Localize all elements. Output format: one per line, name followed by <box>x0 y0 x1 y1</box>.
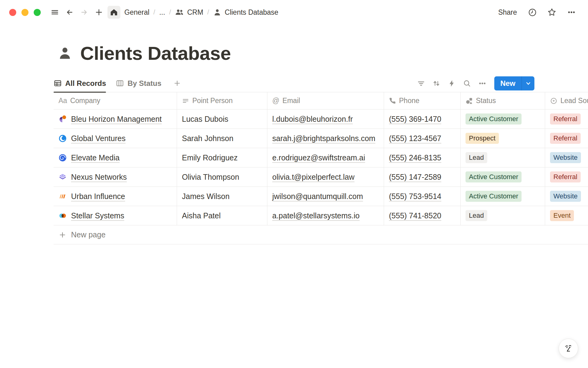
status-badge[interactable]: Lead <box>466 210 487 221</box>
back-icon[interactable] <box>63 6 76 18</box>
status-badge[interactable]: Prospect <box>466 133 499 144</box>
lead-source-badge[interactable]: Website <box>550 152 581 163</box>
breadcrumb-clients-database[interactable]: Clients Database <box>213 8 278 17</box>
cell-lead-source[interactable]: Website <box>545 187 588 206</box>
status-badge[interactable]: Lead <box>466 152 487 163</box>
menu-icon[interactable] <box>49 6 61 18</box>
phone-link[interactable]: (555) 369-1470 <box>389 115 441 124</box>
company-name-link[interactable]: Global Ventures <box>71 134 126 143</box>
column-header-phone[interactable]: Phone <box>384 92 461 109</box>
new-record-button[interactable]: New <box>494 76 534 90</box>
clock-icon[interactable] <box>526 6 538 18</box>
column-header-company[interactable]: Aa Company <box>54 92 177 109</box>
tab-all-records[interactable]: All Records <box>54 75 106 92</box>
lead-source-badge[interactable]: Referral <box>550 133 581 144</box>
cell-company[interactable]: Urban Influence <box>54 187 177 206</box>
cell-status[interactable]: Active Customer <box>461 167 545 187</box>
cell-phone[interactable]: (555) 246-8135 <box>384 148 461 167</box>
cell-email[interactable]: jwilson@quantumquill.com <box>267 187 384 206</box>
cell-email[interactable]: e.rodriguez@swiftstream.ai <box>267 148 384 167</box>
cell-point-person[interactable]: Sarah Johnson <box>177 129 267 148</box>
company-name-link[interactable]: Bleu Horizon Management <box>71 115 162 124</box>
cell-email[interactable]: olivia.t@pixelperfect.law <box>267 167 384 187</box>
tab-by-status[interactable]: By Status <box>116 75 161 92</box>
status-badge[interactable]: Active Customer <box>466 113 522 125</box>
breadcrumb-crm[interactable]: CRM <box>175 8 203 17</box>
close-window-button[interactable] <box>9 9 16 16</box>
more-options-icon[interactable] <box>565 6 578 18</box>
cell-lead-source[interactable]: Website <box>545 148 588 167</box>
company-name-link[interactable]: Stellar Systems <box>71 211 124 220</box>
company-name-link[interactable]: Nexus Networks <box>71 173 127 182</box>
add-view-icon[interactable] <box>171 78 183 89</box>
home-icon[interactable] <box>107 6 120 19</box>
status-badge[interactable]: Active Customer <box>466 191 522 202</box>
lead-source-badge[interactable]: Website <box>550 191 581 202</box>
cell-company[interactable]: Stellar Systems <box>54 206 177 225</box>
star-icon[interactable] <box>546 6 558 18</box>
email-link[interactable]: e.rodriguez@swiftstream.ai <box>272 153 365 162</box>
new-tab-icon[interactable] <box>93 6 105 18</box>
maximize-window-button[interactable] <box>34 9 41 16</box>
cell-status[interactable]: Active Customer <box>461 187 545 206</box>
cell-email[interactable]: sarah.j@brightsparksolns.com <box>267 129 384 148</box>
cell-point-person[interactable]: Olivia Thompson <box>177 167 267 187</box>
email-link[interactable]: a.patel@stellarsystems.io <box>272 211 360 220</box>
email-link[interactable]: l.dubois@bleuhorizon.fr <box>272 115 353 124</box>
cell-lead-source[interactable]: Referral <box>545 109 588 129</box>
cell-phone[interactable]: (555) 369-1470 <box>384 109 461 129</box>
company-name-link[interactable]: Elevate Media <box>71 153 119 162</box>
lightning-icon[interactable] <box>446 78 458 89</box>
breadcrumb-general[interactable]: General <box>124 8 149 17</box>
cell-point-person[interactable]: James Wilson <box>177 187 267 206</box>
email-link[interactable]: sarah.j@brightsparksolns.com <box>272 134 375 143</box>
cell-point-person[interactable]: Lucas Dubois <box>177 109 267 129</box>
email-link[interactable]: olivia.t@pixelperfect.law <box>272 173 355 182</box>
lead-source-badge[interactable]: Referral <box>550 113 581 125</box>
search-icon[interactable] <box>461 78 473 89</box>
notion-ai-button[interactable] <box>559 339 578 358</box>
new-dropdown-chevron-icon[interactable] <box>522 76 534 90</box>
page-title[interactable]: Clients Database <box>80 42 231 64</box>
phone-link[interactable]: (555) 123-4567 <box>389 134 441 143</box>
cell-status[interactable]: Lead <box>461 206 545 225</box>
phone-link[interactable]: (555) 147-2589 <box>389 173 441 182</box>
page-person-icon[interactable] <box>58 46 72 61</box>
sort-icon[interactable] <box>431 78 442 89</box>
phone-link[interactable]: (555) 246-8135 <box>389 153 441 162</box>
cell-phone[interactable]: (555) 147-2589 <box>384 167 461 187</box>
minimize-window-button[interactable] <box>21 9 28 16</box>
phone-link[interactable]: (555) 753-9514 <box>389 192 441 201</box>
new-page-row[interactable]: New page <box>54 225 588 244</box>
cell-phone[interactable]: (555) 123-4567 <box>384 129 461 148</box>
column-header-lead-source[interactable]: Lead Source <box>545 92 588 109</box>
column-header-email[interactable]: @ Email <box>267 92 384 109</box>
status-badge[interactable]: Active Customer <box>466 171 522 182</box>
cell-company[interactable]: Bleu Horizon Management <box>54 109 177 129</box>
phone-link[interactable]: (555) 741-8520 <box>389 211 441 220</box>
cell-point-person[interactable]: Aisha Patel <box>177 206 267 225</box>
column-header-point-person[interactable]: Point Person <box>177 92 267 109</box>
lead-source-badge[interactable]: Event <box>550 210 574 221</box>
filter-icon[interactable] <box>415 78 427 89</box>
cell-status[interactable]: Lead <box>461 148 545 167</box>
cell-email[interactable]: a.patel@stellarsystems.io <box>267 206 384 225</box>
share-button[interactable]: Share <box>496 7 519 18</box>
lead-source-badge[interactable]: Referral <box>550 171 581 182</box>
ellipsis-icon[interactable] <box>477 78 488 89</box>
cell-email[interactable]: l.dubois@bleuhorizon.fr <box>267 109 384 129</box>
breadcrumb-ellipsis[interactable]: ... <box>159 8 165 17</box>
cell-lead-source[interactable]: Referral <box>545 167 588 187</box>
column-header-status[interactable]: Status <box>461 92 545 109</box>
cell-company[interactable]: Nexus Networks <box>54 167 177 187</box>
company-name-link[interactable]: Urban Influence <box>71 192 125 201</box>
cell-phone[interactable]: (555) 753-9514 <box>384 187 461 206</box>
email-link[interactable]: jwilson@quantumquill.com <box>272 192 363 201</box>
cell-company[interactable]: Elevate Media <box>54 148 177 167</box>
cell-phone[interactable]: (555) 741-8520 <box>384 206 461 225</box>
cell-point-person[interactable]: Emily Rodriguez <box>177 148 267 167</box>
cell-company[interactable]: Global Ventures <box>54 129 177 148</box>
cell-status[interactable]: Active Customer <box>461 109 545 129</box>
cell-lead-source[interactable]: Referral <box>545 129 588 148</box>
cell-status[interactable]: Prospect <box>461 129 545 148</box>
